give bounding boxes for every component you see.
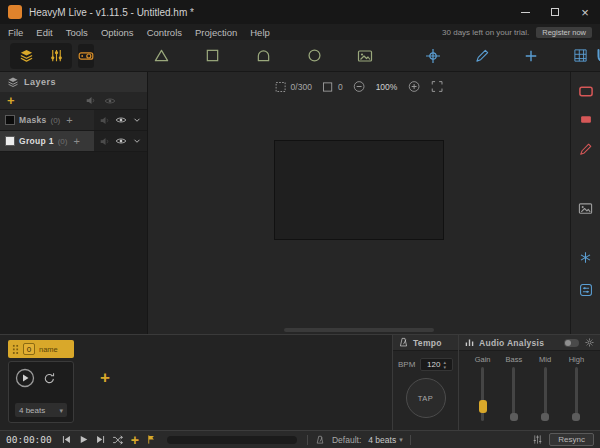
sequence-name[interactable]: name — [39, 345, 58, 354]
menu-options[interactable]: Options — [101, 27, 134, 38]
audio-analysis-toggle[interactable] — [564, 339, 579, 347]
canvas-toolbar: 0/300 0 100% — [275, 80, 444, 93]
gain-slider-thumb[interactable] — [479, 400, 487, 413]
metronome-icon — [398, 337, 409, 348]
heavym-account-button[interactable] — [595, 44, 600, 68]
arch-tool-icon — [256, 48, 271, 63]
register-now-button[interactable]: Register now — [536, 27, 592, 38]
menu-controls[interactable]: Controls — [147, 27, 182, 38]
chevron-down-icon[interactable] — [132, 115, 142, 125]
menu-edit[interactable]: Edit — [36, 27, 52, 38]
view-switcher — [10, 43, 72, 69]
move-tool-button[interactable] — [418, 44, 448, 68]
mute-all-icon[interactable] — [85, 95, 96, 106]
sequence-beats-value: 4 beats — [19, 406, 45, 415]
play-button[interactable] — [15, 368, 35, 388]
gear-icon[interactable] — [584, 337, 595, 348]
mid-slider[interactable] — [544, 367, 547, 421]
bass-slider-thumb[interactable] — [510, 413, 518, 421]
main-body: Layers + Masks (0) + — [0, 72, 600, 334]
minimize-button[interactable] — [510, 0, 540, 24]
layer-row-group-1[interactable]: Group 1 (0) + — [0, 131, 147, 152]
bpm-stepper[interactable]: 120 ▴ ▾ — [420, 358, 453, 371]
appearance-pen-icon — [579, 142, 593, 156]
close-button[interactable]: × — [570, 0, 600, 24]
skip-forward-icon[interactable] — [95, 434, 106, 445]
mute-icon[interactable] — [99, 115, 110, 126]
add-mask-button[interactable]: + — [66, 115, 72, 126]
triangle-tool-button[interactable] — [146, 44, 176, 68]
fill-panel-button[interactable] — [574, 108, 598, 130]
menu-projection[interactable]: Projection — [195, 27, 237, 38]
menu-file[interactable]: File — [8, 27, 23, 38]
add-effect-button[interactable] — [516, 44, 546, 68]
resync-button[interactable]: Resync — [549, 433, 594, 446]
maximize-button[interactable] — [540, 0, 570, 24]
bpm-stepper-arrows[interactable]: ▴ ▾ — [443, 360, 446, 369]
group-label: Group 1 — [19, 136, 54, 146]
horizontal-scrollbar[interactable] — [284, 328, 434, 332]
loop-icon[interactable] — [43, 372, 56, 385]
layers-view-button[interactable] — [11, 44, 41, 68]
masks-color-swatch[interactable] — [5, 115, 15, 125]
group-color-swatch[interactable] — [5, 136, 15, 146]
controls-panel-button[interactable] — [574, 279, 598, 301]
skip-back-icon[interactable] — [61, 434, 72, 445]
add-sequence-button[interactable]: + — [100, 369, 110, 386]
grid-warp-button[interactable] — [565, 44, 595, 68]
eye-icon[interactable] — [115, 114, 127, 126]
play-icon[interactable] — [78, 434, 89, 445]
audio-header-controls — [564, 337, 595, 348]
add-shape-button[interactable]: + — [73, 136, 79, 147]
marker-flag-icon[interactable] — [146, 434, 157, 445]
add-timeline-marker-button[interactable]: + — [131, 433, 139, 447]
zoom-out-icon[interactable] — [353, 80, 366, 93]
chevron-down-icon: ▾ — [399, 436, 403, 443]
visibility-all-icon[interactable] — [104, 95, 116, 107]
media-library-icon — [578, 201, 593, 216]
projection-surface[interactable] — [274, 140, 444, 240]
layer-row-masks[interactable]: Masks (0) + — [0, 110, 147, 131]
crosshair-icon — [425, 48, 441, 64]
preview-canvas[interactable]: 0/300 0 100% — [148, 72, 570, 334]
mixer-icon[interactable] — [532, 434, 543, 445]
mute-icon[interactable] — [99, 136, 110, 147]
tap-tempo-button[interactable]: TAP — [406, 378, 446, 418]
high-slider-thumb[interactable] — [572, 413, 580, 421]
shapes-panel-button[interactable] — [574, 80, 598, 102]
add-group-button[interactable]: + — [7, 94, 15, 107]
bass-slider[interactable] — [512, 367, 515, 421]
appearance-panel-button[interactable] — [574, 138, 598, 160]
media-tool-button[interactable] — [350, 44, 380, 68]
media-tool-icon — [357, 48, 373, 64]
effects-panel-button[interactable] — [574, 246, 598, 268]
zoom-level[interactable]: 100% — [376, 82, 398, 92]
shuffle-icon[interactable] — [112, 434, 124, 446]
eye-icon[interactable] — [115, 135, 127, 147]
mid-slider-thumb[interactable] — [541, 413, 549, 421]
fit-view-icon[interactable] — [430, 80, 443, 93]
rectangle-tool-button[interactable] — [197, 44, 227, 68]
menu-tools[interactable]: Tools — [66, 27, 88, 38]
sequence-clip[interactable]: 0 name — [8, 340, 74, 358]
output-view-button[interactable] — [78, 44, 94, 68]
default-beats-label: Default: — [332, 435, 361, 445]
circle-tool-icon — [307, 48, 322, 63]
sequences-view-button[interactable] — [41, 44, 71, 68]
high-slider[interactable] — [575, 367, 578, 421]
circle-tool-button[interactable] — [299, 44, 329, 68]
drag-handle-icon[interactable] — [12, 344, 19, 355]
paint-tool-button[interactable] — [467, 44, 497, 68]
controls-box-icon — [579, 283, 593, 297]
arch-tool-button[interactable] — [248, 44, 278, 68]
media-panel-button[interactable] — [574, 197, 598, 219]
gain-slider[interactable] — [481, 367, 484, 421]
sequence-beats-select[interactable]: 4 beats ▾ — [15, 403, 67, 417]
menu-help[interactable]: Help — [250, 27, 270, 38]
timeline-track[interactable] — [167, 436, 297, 444]
channel-mid: Mid — [530, 355, 561, 421]
zoom-in-icon[interactable] — [407, 80, 420, 93]
stepper-down-icon: ▾ — [443, 365, 446, 369]
default-beats-select[interactable]: 4 beats ▾ — [368, 435, 402, 445]
chevron-down-icon[interactable] — [132, 136, 142, 146]
